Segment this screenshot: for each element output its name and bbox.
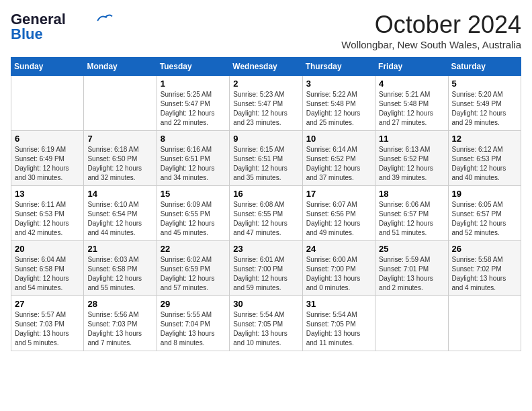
calendar-cell: 15Sunrise: 6:09 AMSunset: 6:55 PMDayligh… [157, 186, 229, 241]
day-number: 25 [379, 244, 444, 254]
day-info: Sunrise: 6:08 AMSunset: 6:55 PMDaylight:… [233, 200, 298, 238]
calendar-cell: 18Sunrise: 6:06 AMSunset: 6:57 PMDayligh… [375, 186, 448, 241]
day-number: 16 [233, 189, 298, 199]
day-info: Sunrise: 6:00 AMSunset: 7:00 PMDaylight:… [306, 255, 371, 293]
calendar-cell [448, 296, 521, 351]
day-info: Sunrise: 6:14 AMSunset: 6:52 PMDaylight:… [306, 145, 371, 183]
day-info: Sunrise: 5:22 AMSunset: 5:48 PMDaylight:… [306, 90, 371, 128]
day-info: Sunrise: 6:09 AMSunset: 6:55 PMDaylight:… [161, 200, 226, 238]
calendar-cell [375, 296, 448, 351]
calendar-cell [84, 76, 157, 131]
day-header-saturday: Saturday [448, 58, 521, 76]
month-title: October 2024 [341, 11, 521, 39]
calendar-header-row: SundayMondayTuesdayWednesdayThursdayFrid… [11, 58, 521, 76]
calendar-week-row: 13Sunrise: 6:11 AMSunset: 6:53 PMDayligh… [11, 186, 521, 241]
day-number: 4 [379, 79, 444, 89]
day-number: 11 [379, 134, 444, 144]
day-info: Sunrise: 5:55 AMSunset: 7:04 PMDaylight:… [161, 310, 226, 348]
calendar-cell: 6Sunrise: 6:19 AMSunset: 6:49 PMDaylight… [11, 131, 84, 186]
day-number: 13 [15, 189, 80, 199]
day-number: 30 [233, 299, 298, 309]
day-number: 6 [15, 134, 80, 144]
calendar-cell: 3Sunrise: 5:22 AMSunset: 5:48 PMDaylight… [302, 76, 375, 131]
calendar-cell: 20Sunrise: 6:04 AMSunset: 6:58 PMDayligh… [11, 241, 84, 296]
day-number: 17 [306, 189, 371, 199]
day-header-friday: Friday [375, 58, 448, 76]
calendar-cell: 11Sunrise: 6:13 AMSunset: 6:52 PMDayligh… [375, 131, 448, 186]
day-info: Sunrise: 6:13 AMSunset: 6:52 PMDaylight:… [379, 145, 444, 183]
calendar-cell: 19Sunrise: 6:05 AMSunset: 6:57 PMDayligh… [448, 186, 521, 241]
calendar-cell: 14Sunrise: 6:10 AMSunset: 6:54 PMDayligh… [84, 186, 157, 241]
logo: General Blue [11, 11, 113, 43]
day-info: Sunrise: 5:54 AMSunset: 7:05 PMDaylight:… [306, 310, 371, 348]
calendar-table: SundayMondayTuesdayWednesdayThursdayFrid… [11, 57, 521, 351]
logo-blue: Blue [11, 26, 43, 43]
day-header-tuesday: Tuesday [157, 58, 229, 76]
day-number: 19 [452, 189, 517, 199]
calendar-cell: 7Sunrise: 6:18 AMSunset: 6:50 PMDaylight… [84, 131, 157, 186]
day-info: Sunrise: 6:02 AMSunset: 6:59 PMDaylight:… [161, 255, 226, 293]
calendar-cell: 29Sunrise: 5:55 AMSunset: 7:04 PMDayligh… [157, 296, 229, 351]
calendar-week-row: 20Sunrise: 6:04 AMSunset: 6:58 PMDayligh… [11, 241, 521, 296]
calendar-cell: 30Sunrise: 5:54 AMSunset: 7:05 PMDayligh… [230, 296, 302, 351]
day-info: Sunrise: 6:04 AMSunset: 6:58 PMDaylight:… [15, 255, 80, 293]
calendar-cell: 1Sunrise: 5:25 AMSunset: 5:47 PMDaylight… [157, 76, 229, 131]
calendar-cell: 12Sunrise: 6:12 AMSunset: 6:53 PMDayligh… [448, 131, 521, 186]
day-number: 21 [87, 244, 152, 254]
day-info: Sunrise: 6:15 AMSunset: 6:51 PMDaylight:… [233, 145, 298, 183]
day-info: Sunrise: 6:10 AMSunset: 6:54 PMDaylight:… [87, 200, 152, 238]
day-header-sunday: Sunday [11, 58, 84, 76]
calendar-week-row: 1Sunrise: 5:25 AMSunset: 5:47 PMDaylight… [11, 76, 521, 131]
day-info: Sunrise: 5:54 AMSunset: 7:05 PMDaylight:… [233, 310, 298, 348]
day-info: Sunrise: 6:16 AMSunset: 6:51 PMDaylight:… [161, 145, 226, 183]
day-info: Sunrise: 5:57 AMSunset: 7:03 PMDaylight:… [15, 310, 80, 348]
day-number: 29 [161, 299, 226, 309]
day-number: 31 [306, 299, 371, 309]
calendar-cell: 24Sunrise: 6:00 AMSunset: 7:00 PMDayligh… [302, 241, 375, 296]
calendar-cell: 4Sunrise: 5:21 AMSunset: 5:48 PMDaylight… [375, 76, 448, 131]
calendar-cell: 23Sunrise: 6:01 AMSunset: 7:00 PMDayligh… [230, 241, 302, 296]
day-number: 22 [161, 244, 226, 254]
calendar-week-row: 6Sunrise: 6:19 AMSunset: 6:49 PMDaylight… [11, 131, 521, 186]
day-header-wednesday: Wednesday [230, 58, 302, 76]
page-header: General Blue October 2024 Wollongbar, Ne… [11, 11, 521, 50]
calendar-cell: 25Sunrise: 5:59 AMSunset: 7:01 PMDayligh… [375, 241, 448, 296]
calendar-cell: 10Sunrise: 6:14 AMSunset: 6:52 PMDayligh… [302, 131, 375, 186]
day-number: 7 [87, 134, 152, 144]
day-number: 3 [306, 79, 371, 89]
calendar-cell: 2Sunrise: 5:23 AMSunset: 5:47 PMDaylight… [230, 76, 302, 131]
day-number: 18 [379, 189, 444, 199]
day-info: Sunrise: 6:05 AMSunset: 6:57 PMDaylight:… [452, 200, 517, 238]
day-info: Sunrise: 5:56 AMSunset: 7:03 PMDaylight:… [87, 310, 152, 348]
day-number: 9 [233, 134, 298, 144]
day-info: Sunrise: 6:03 AMSunset: 6:58 PMDaylight:… [87, 255, 152, 293]
calendar-cell: 26Sunrise: 5:58 AMSunset: 7:02 PMDayligh… [448, 241, 521, 296]
calendar-cell: 28Sunrise: 5:56 AMSunset: 7:03 PMDayligh… [84, 296, 157, 351]
calendar-cell: 8Sunrise: 6:16 AMSunset: 6:51 PMDaylight… [157, 131, 229, 186]
day-info: Sunrise: 5:25 AMSunset: 5:47 PMDaylight:… [161, 90, 226, 128]
calendar-cell: 5Sunrise: 5:20 AMSunset: 5:49 PMDaylight… [448, 76, 521, 131]
day-number: 5 [452, 79, 517, 89]
logo-bird-icon [97, 12, 113, 24]
calendar-cell: 22Sunrise: 6:02 AMSunset: 6:59 PMDayligh… [157, 241, 229, 296]
calendar-cell [11, 76, 84, 131]
day-number: 10 [306, 134, 371, 144]
day-header-monday: Monday [84, 58, 157, 76]
day-info: Sunrise: 5:23 AMSunset: 5:47 PMDaylight:… [233, 90, 298, 128]
day-info: Sunrise: 5:20 AMSunset: 5:49 PMDaylight:… [452, 90, 517, 128]
day-info: Sunrise: 6:18 AMSunset: 6:50 PMDaylight:… [87, 145, 152, 183]
day-info: Sunrise: 6:01 AMSunset: 7:00 PMDaylight:… [233, 255, 298, 293]
day-number: 23 [233, 244, 298, 254]
day-number: 26 [452, 244, 517, 254]
day-info: Sunrise: 6:11 AMSunset: 6:53 PMDaylight:… [15, 200, 80, 238]
day-number: 14 [87, 189, 152, 199]
day-number: 2 [233, 79, 298, 89]
day-info: Sunrise: 6:07 AMSunset: 6:56 PMDaylight:… [306, 200, 371, 238]
day-info: Sunrise: 6:12 AMSunset: 6:53 PMDaylight:… [452, 145, 517, 183]
day-number: 24 [306, 244, 371, 254]
day-info: Sunrise: 5:59 AMSunset: 7:01 PMDaylight:… [379, 255, 444, 293]
day-number: 27 [15, 299, 80, 309]
day-number: 20 [15, 244, 80, 254]
calendar-cell: 21Sunrise: 6:03 AMSunset: 6:58 PMDayligh… [84, 241, 157, 296]
location-subtitle: Wollongbar, New South Wales, Australia [341, 39, 521, 50]
